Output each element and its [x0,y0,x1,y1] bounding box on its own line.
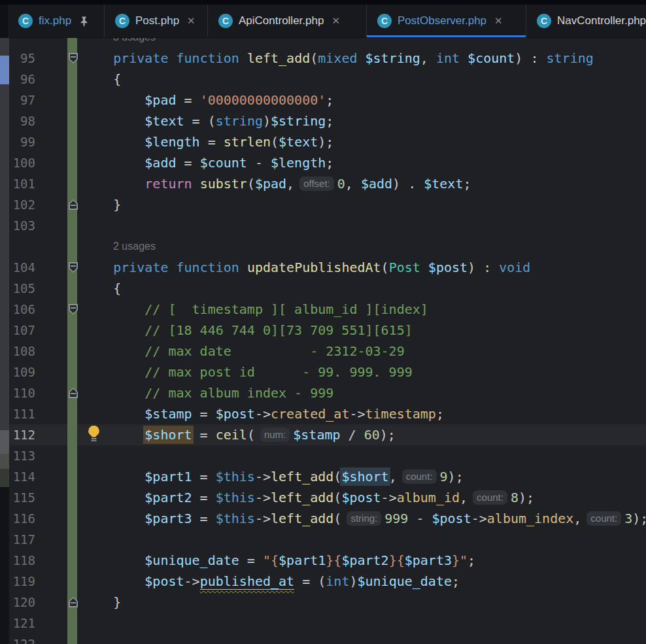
tab-close-icon[interactable]: ✕ [187,15,196,27]
line-number: 108 [9,341,35,362]
code-line-101[interactable]: 101 return substr($pad,offset:0, $add) .… [9,173,646,194]
code-text: // max post id - 99. 999. 999 [82,362,413,382]
tab-label: NavController.php [557,14,646,27]
code-text: // [18 446 744 0][73 709 551][615] [82,320,413,341]
code-line-120[interactable]: 120 } [9,592,646,613]
code-text: $part3 = $this->left_add(string:999 - $p… [82,508,646,529]
vcs-change-strip [67,37,77,644]
code-text: $text = (string)$string; [82,110,333,131]
code-line-113[interactable]: 113 [9,445,646,466]
code-text: // max album index - 999 [82,382,333,403]
code-line-116[interactable]: 116 $part3 = $this->left_add(string:999 … [9,508,646,529]
code-text: $post->published_at = (int)$unique_date; [82,571,460,592]
pin-icon [78,16,90,27]
code-text: $pad = '00000000000000'; [82,90,333,110]
line-number: 98 [9,110,35,131]
code-line-109[interactable]: 109 // max post id - 99. 999. 999 [9,362,646,382]
line-number: 113 [9,445,35,466]
line-number: 119 [9,571,35,592]
line-number: 118 [9,550,35,571]
code-line-114[interactable]: 114 $part1 = $this->left_add($short,coun… [9,466,646,487]
code-line-98[interactable]: 98 $text = (string)$string; [9,110,646,131]
tab-PostObserver.php[interactable]: CPostObserver.php✕ [367,5,526,37]
code-text: } [82,592,121,613]
code-text: $length = strlen($text); [82,131,333,152]
scrollbar-mark [0,487,9,644]
inlay-hint: num: [260,428,290,442]
scrollbar-mark [0,56,9,84]
php-class-icon: C [18,14,33,28]
php-class-icon: C [537,14,551,28]
inlay-hint: count: [402,469,437,484]
code-line-95[interactable]: 95 private function left_add(mixed $stri… [9,48,646,69]
code-line-102[interactable]: 102 } [9,194,646,215]
line-number: 109 [9,362,35,382]
code-line-104[interactable]: 104 private function updatePublishedAt(P… [9,257,646,278]
tab-ApiController.php[interactable]: CApiController.php✕ [208,5,367,37]
line-number: 97 [9,90,35,110]
code-line-99[interactable]: 99 $length = strlen($text); [9,131,646,152]
code-text: private function left_add(mixed $string,… [82,48,594,69]
code-text: $stamp = $post->created_at->timestamp; [82,403,444,424]
left-mini-scrollbar[interactable] [0,37,9,644]
line-number: 102 [9,194,35,215]
code-line-110[interactable]: 110 // max album index - 999 [9,382,646,403]
code-text: $add = $count - $length; [82,152,333,173]
code-text: } [82,194,121,215]
code-line-111[interactable]: 111 $stamp = $post->created_at->timestam… [9,403,646,424]
code-line-115[interactable]: 115 $part2 = $this->left_add($post->albu… [9,487,646,508]
tab-bar-leading-spacer [0,5,8,37]
inlay-hint: count: [473,490,507,505]
inlay-hint: string: [347,511,381,526]
line-number: 111 [9,403,35,424]
code-text: $unique_date = "{$part1}{$part2}{$part3}… [82,550,475,571]
code-line-103[interactable]: 103 [9,215,646,236]
line-number: 100 [9,152,35,173]
code-line-106[interactable]: 106 // [ timestamp ][ album_id ][index] [9,299,646,320]
code-text: private function updatePublishedAt(Post … [82,257,530,278]
line-number: 110 [9,382,35,403]
code-text: $part1 = $this->left_add($short,count:9)… [82,466,464,487]
php-class-icon: C [115,14,129,28]
code-line-2 usages[interactable]: 2 usages [9,236,646,257]
usages-hint[interactable]: 2 usages [113,236,156,257]
tab-fix.php[interactable]: Cfix.php [8,5,105,37]
code-text: // [ timestamp ][ album_id ][index] [82,299,428,320]
scrollbar-mark [0,454,9,469]
tab-Post.php[interactable]: CPost.php✕ [105,5,208,37]
code-text: // max date - 2312-03-29 [82,341,405,362]
line-number: 112 [9,424,35,445]
inlay-hint: offset: [299,177,334,191]
window-top-edge [0,0,646,5]
code-line-117[interactable]: 117 [9,529,646,550]
code-line-105[interactable]: 105 { [9,278,646,299]
scrollbar-mark [0,430,9,454]
line-number: 106 [9,299,35,320]
code-line-108[interactable]: 108 // max date - 2312-03-29 [9,341,646,362]
code-line-122[interactable]: 122 [9,634,646,644]
code-line-119[interactable]: 119 $post->published_at = (int)$unique_d… [9,571,646,592]
code-line-118[interactable]: 118 $unique_date = "{$part1}{$part2}{$pa… [9,550,646,571]
editor-tab-bar: Cfix.phpCPost.php✕CApiController.php✕CPo… [0,5,646,38]
code-text: { [82,278,121,299]
tab-close-icon[interactable]: ✕ [332,15,340,27]
code-line-121[interactable]: 121 [9,613,646,634]
code-line-97[interactable]: 97 $pad = '00000000000000'; [9,90,646,110]
php-class-icon: C [377,14,392,28]
code-line-112[interactable]: 112 $short = ceil(num:$stamp / 60); [9,424,646,445]
code-text: $part2 = $this->left_add($post->album_id… [82,487,534,508]
line-number: 101 [9,173,35,194]
code-line-107[interactable]: 107 // [18 446 744 0][73 709 551][615] [9,320,646,341]
tab-label: PostObserver.php [398,14,486,27]
line-number: 103 [9,215,35,236]
line-number: 121 [9,613,35,634]
tab-label: Post.php [135,14,179,27]
tab-NavController.php[interactable]: CNavController.php [526,5,646,37]
line-number: 120 [9,592,35,613]
code-line-100[interactable]: 100 $add = $count - $length; [9,152,646,173]
intention-lightbulb-icon[interactable] [87,425,101,445]
tab-close-icon[interactable]: ✕ [494,15,503,27]
code-text: { [82,69,121,90]
code-line-96[interactable]: 96 { [9,69,646,90]
line-number: 95 [9,48,35,69]
